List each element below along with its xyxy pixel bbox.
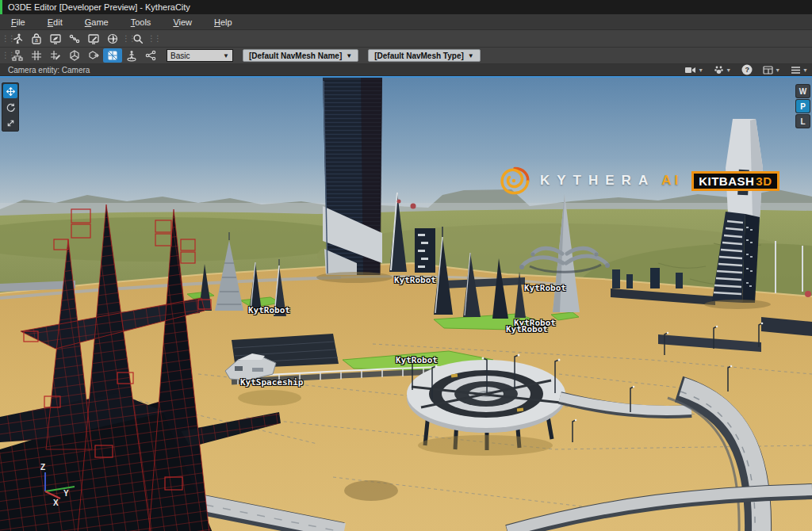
navmesh-profile-value: Basic <box>170 52 190 60</box>
red-sphere <box>397 200 401 204</box>
grid-icon[interactable] <box>27 48 46 63</box>
toolbar-drag-handle[interactable]: ⋮⋮ <box>2 48 8 63</box>
3d-viewport-scene[interactable]: Z Y X <box>0 78 812 531</box>
debug-draw-button[interactable]: ▼ <box>714 65 731 74</box>
mesh-hex-icon[interactable] <box>65 48 84 63</box>
chevron-down-icon: ▼ <box>802 67 808 73</box>
simulate-runner-icon[interactable] <box>8 32 27 46</box>
camera-entity-label: Camera entity: Camera <box>8 66 90 74</box>
chevron-down-icon: ▼ <box>223 52 229 59</box>
chevron-down-icon: ▼ <box>698 67 703 73</box>
menu-item[interactable]: File <box>0 17 36 27</box>
agent-icon[interactable] <box>122 48 141 63</box>
move-tool-button[interactable] <box>3 84 17 98</box>
navmesh-type-dropdown[interactable]: [Default NavMesh Type] ▼ <box>368 49 481 62</box>
script-lock-icon[interactable]: a <box>27 32 46 46</box>
transform-toolbar <box>2 82 19 132</box>
hierarchy-icon[interactable] <box>8 48 27 63</box>
menu-item[interactable]: Edit <box>36 17 74 27</box>
scale-tool-button[interactable] <box>3 116 17 130</box>
svg-text:?: ? <box>745 66 750 74</box>
track-view-icon[interactable] <box>65 32 84 46</box>
ui-editor-icon[interactable] <box>84 32 103 46</box>
red-sphere <box>411 204 416 209</box>
rotate-tool-button[interactable] <box>3 100 17 114</box>
menu-item[interactable]: Game <box>74 17 120 27</box>
environment-display-icon[interactable] <box>46 32 65 46</box>
chevron-down-icon: ▼ <box>726 67 731 73</box>
view-mode-buttons: WPL <box>796 85 810 128</box>
main-toolbar: ⋮⋮ a ⋮⋮ ⋮⋮ <box>0 30 812 48</box>
window-title: O3DE Editor [Developer Preview] - Kyther… <box>8 2 190 12</box>
view-mode-button[interactable]: L <box>796 115 810 128</box>
help-button[interactable]: ? <box>741 64 753 75</box>
navmesh-type-value: [Default NavMesh Type] <box>374 52 464 60</box>
navmesh-profile-dropdown[interactable]: Basic ▼ <box>167 49 233 62</box>
menu-bar: FileEditGameToolsViewHelp <box>0 14 812 30</box>
viewport-menu-button[interactable]: ▼ <box>791 66 808 74</box>
layout-button[interactable]: ▼ <box>763 66 780 74</box>
axis-z-label: Z <box>40 463 45 472</box>
search-icon[interactable] <box>128 32 147 46</box>
camera-select-button[interactable]: ▼ <box>685 66 703 74</box>
mesh-export-icon[interactable] <box>84 48 103 63</box>
menu-item[interactable]: Help <box>203 17 243 27</box>
title-bar: O3DE Editor [Developer Preview] - Kyther… <box>0 0 812 14</box>
viewport-header: Camera entity: Camera ▼ ▼ ? ▼ ▼ <box>0 64 812 76</box>
behavior-graph-icon[interactable] <box>141 48 160 63</box>
toolbar-drag-handle[interactable]: ⋮⋮ <box>122 32 128 46</box>
navigation-toolbar: ⋮⋮ Basic ▼ [Default NavMesh Name] ▼ [Def… <box>0 48 812 64</box>
view-mode-button[interactable]: P <box>796 100 810 113</box>
toolbar-drag-handle[interactable]: ⋮⋮ <box>147 32 154 46</box>
entity-central-tower[interactable] <box>316 78 393 283</box>
navmesh-name-dropdown[interactable]: [Default NavMesh Name] ▼ <box>243 49 358 62</box>
3d-viewport[interactable]: Z Y X WPL KYTHERA AI KITBASH 3D <box>0 76 812 531</box>
grid-edit-icon[interactable] <box>46 48 65 63</box>
view-mode-button[interactable]: W <box>796 85 810 97</box>
chevron-down-icon: ▼ <box>775 67 780 73</box>
menu-item[interactable]: Tools <box>120 17 163 27</box>
axis-x-label: X <box>53 499 59 507</box>
svg-text:a: a <box>35 37 38 43</box>
chevron-down-icon: ▼ <box>346 52 352 59</box>
navmesh-name-value: [Default NavMesh Name] <box>249 52 342 60</box>
chevron-down-icon: ▼ <box>468 52 474 59</box>
axis-y-label: Y <box>63 489 69 498</box>
menu-item[interactable]: View <box>162 17 203 27</box>
navmesh-debug-icon[interactable] <box>103 48 122 63</box>
window-accent-strip <box>0 0 2 14</box>
globe-icon[interactable] <box>103 32 122 46</box>
viewport-header-icons: ▼ ▼ ? ▼ ▼ <box>675 64 808 75</box>
toolbar-drag-handle[interactable]: ⋮⋮ <box>2 32 8 46</box>
